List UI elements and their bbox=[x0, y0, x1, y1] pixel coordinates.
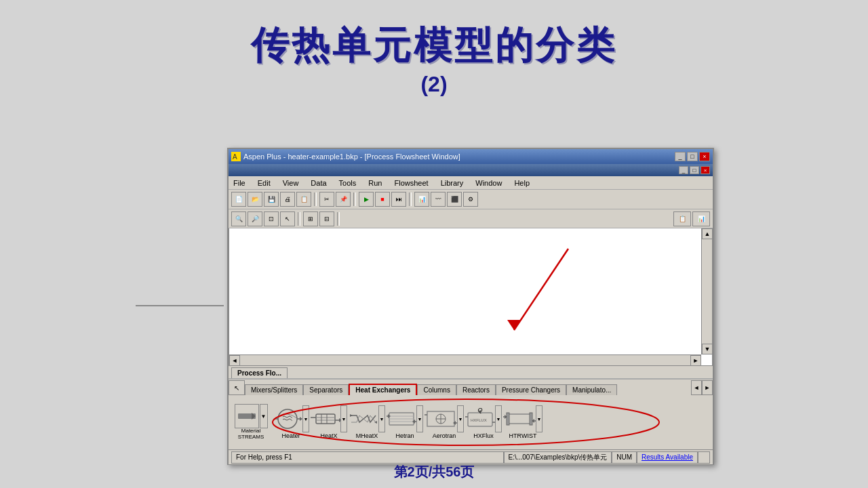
tb-new[interactable]: 📄 bbox=[231, 192, 246, 207]
menu-help[interactable]: Help bbox=[512, 178, 532, 188]
tb-select[interactable]: ↖ bbox=[280, 211, 295, 226]
hxflux-dropdown[interactable]: ▼ bbox=[495, 405, 502, 432]
title-bar-controls[interactable]: _ □ × bbox=[675, 152, 710, 161]
tab-mixers-splitters[interactable]: Mixers/Splitters bbox=[245, 384, 303, 395]
tb-icon1[interactable]: 📋 bbox=[673, 211, 691, 226]
menu-view[interactable]: View bbox=[281, 178, 301, 188]
tb-sep-1 bbox=[314, 192, 317, 206]
tb-zoom-in[interactable]: 🔍 bbox=[231, 211, 246, 226]
tab-heat-exchangers[interactable]: Heat Exchangers bbox=[349, 384, 417, 395]
menu-file[interactable]: File bbox=[231, 178, 248, 188]
mheatx-dropdown[interactable]: ▼ bbox=[378, 405, 385, 432]
status-path: E:\...007\Examples\bkp\传热单元 bbox=[504, 451, 612, 464]
tab-separators[interactable]: Separators bbox=[303, 384, 349, 395]
status-resize bbox=[698, 451, 710, 464]
scroll-up-btn[interactable]: ▲ bbox=[702, 228, 713, 239]
maximize-button[interactable]: □ bbox=[687, 152, 698, 161]
cursor-tool[interactable]: ↖ bbox=[229, 380, 245, 395]
tb-step[interactable]: ⏭ bbox=[391, 192, 406, 207]
heater-icon-row: ▼ bbox=[273, 405, 309, 432]
scroll-left-btn[interactable]: ◄ bbox=[229, 355, 240, 366]
hxflux-component[interactable]: Q HXFLUX ▼ HXFlux bbox=[466, 405, 501, 439]
tab-reactors[interactable]: Reactors bbox=[456, 384, 496, 395]
tb-stop[interactable]: ■ bbox=[375, 192, 390, 207]
material-streams-icon[interactable] bbox=[235, 404, 259, 428]
tb-results[interactable]: 📊 bbox=[414, 192, 429, 207]
tb-fit[interactable]: ⊡ bbox=[264, 211, 279, 226]
tb-copy[interactable]: 📋 bbox=[296, 192, 311, 207]
tb-sep-4 bbox=[298, 212, 300, 226]
heater-component[interactable]: ▼ Heater bbox=[273, 405, 309, 439]
heatx-component[interactable]: ▼ HeatX bbox=[311, 405, 347, 439]
mdi-close[interactable]: × bbox=[701, 166, 710, 174]
tb-grid[interactable]: ⊞ bbox=[303, 211, 318, 226]
tb-open[interactable]: 📂 bbox=[248, 192, 262, 207]
tb-icon2[interactable]: 📊 bbox=[692, 211, 710, 226]
status-results[interactable]: Results Available bbox=[637, 451, 698, 464]
tb-blocks[interactable]: ⬛ bbox=[447, 192, 462, 207]
main-title: 传热单元模型的分类 bbox=[0, 20, 868, 72]
heater-dropdown[interactable]: ▼ bbox=[302, 405, 309, 432]
hetran-dropdown[interactable]: ▼ bbox=[416, 405, 423, 432]
tab-pressure-changers[interactable]: Pressure Changers bbox=[496, 384, 566, 395]
mdi-controls[interactable]: _ □ × bbox=[679, 166, 710, 174]
material-streams-section[interactable]: ▼ MaterialSTREAMS bbox=[234, 404, 268, 441]
tab-next-btn[interactable]: ► bbox=[702, 380, 713, 395]
heatx-label: HeatX bbox=[320, 432, 337, 439]
mdi-minimize[interactable]: _ bbox=[679, 166, 688, 174]
tb-save[interactable]: 💾 bbox=[264, 192, 279, 207]
status-help: For Help, press F1 bbox=[231, 451, 504, 464]
tb-print[interactable]: 🖨 bbox=[280, 192, 295, 207]
scroll-down-btn[interactable]: ▼ bbox=[702, 344, 713, 354]
heatx-dropdown[interactable]: ▼ bbox=[340, 405, 347, 432]
menu-tools[interactable]: Tools bbox=[337, 178, 359, 188]
canvas-area[interactable]: ▲ ▼ ◄ ► bbox=[229, 228, 713, 365]
menu-window[interactable]: Window bbox=[473, 178, 504, 188]
tb-cut[interactable]: ✂ bbox=[319, 192, 334, 207]
tb-connect[interactable]: ⊟ bbox=[319, 211, 334, 226]
tab-manipulators[interactable]: Manipulato... bbox=[566, 384, 617, 395]
menu-edit[interactable]: Edit bbox=[256, 178, 273, 188]
htrwist-dropdown[interactable]: ▼ bbox=[536, 405, 542, 432]
scroll-track bbox=[240, 355, 690, 365]
aerotran-dropdown[interactable]: ▼ bbox=[457, 405, 464, 432]
tab-columns[interactable]: Columns bbox=[417, 384, 456, 395]
material-streams-dropdown[interactable]: ▼ bbox=[260, 404, 268, 428]
minimize-button[interactable]: _ bbox=[675, 152, 686, 161]
toolbar-area: 📄 📂 💾 🖨 📋 ✂ 📌 ▶ ■ ⏭ 📊 〰 ⬛ ⚙ 🔍 🔎 ⊡ ↖ ⊞ ⊟ bbox=[229, 190, 713, 228]
horizontal-scrollbar[interactable]: ◄ ► bbox=[229, 354, 701, 365]
toolbar-row-1: 📄 📂 💾 🖨 📋 ✂ 📌 ▶ ■ ⏭ 📊 〰 ⬛ ⚙ bbox=[229, 190, 713, 209]
menu-data[interactable]: Data bbox=[309, 178, 328, 188]
htrwist-icon bbox=[503, 405, 536, 432]
q-label: Q bbox=[477, 407, 482, 413]
tb-zoom-out[interactable]: 🔎 bbox=[248, 211, 262, 226]
process-tab-label: Process Flo... bbox=[237, 369, 281, 377]
heatx-icon bbox=[311, 405, 340, 432]
tab-prev-btn[interactable]: ◄ bbox=[691, 380, 702, 395]
window-title-bar: A Aspen Plus - heater-example1.bkp - [Pr… bbox=[229, 149, 713, 164]
hetran-icon bbox=[387, 405, 416, 432]
close-button[interactable]: × bbox=[699, 152, 710, 161]
mdi-title-bar: _ □ × bbox=[229, 164, 713, 176]
scroll-right-btn[interactable]: ► bbox=[690, 355, 701, 366]
aerotran-component[interactable]: ▼ Aerotran bbox=[425, 405, 463, 439]
left-line-decoration bbox=[136, 305, 224, 306]
mheatx-component[interactable]: ▼ MHeatX bbox=[349, 405, 384, 439]
hetran-component[interactable]: ▼ Hetran bbox=[387, 405, 422, 439]
tb-run[interactable]: ▶ bbox=[359, 192, 374, 207]
process-flo-tab[interactable]: Process Flo... bbox=[231, 367, 288, 378]
svg-marker-18 bbox=[350, 414, 353, 417]
heater-label: Heater bbox=[281, 432, 300, 439]
menu-library[interactable]: Library bbox=[439, 178, 466, 188]
heatx-icon-row: ▼ bbox=[311, 405, 347, 432]
tb-streams[interactable]: 〰 bbox=[431, 192, 446, 207]
aerotran-icon-row: ▼ bbox=[425, 405, 464, 432]
tb-more1[interactable]: ⚙ bbox=[463, 192, 478, 207]
vertical-scrollbar[interactable]: ▲ ▼ bbox=[701, 228, 712, 354]
svg-text:HXFLUX: HXFLUX bbox=[471, 418, 487, 422]
menu-run[interactable]: Run bbox=[366, 178, 384, 188]
menu-flowsheet[interactable]: Flowsheet bbox=[392, 178, 430, 188]
htrwist-component[interactable]: ▼ HTRWIST bbox=[504, 405, 542, 439]
tb-paste[interactable]: 📌 bbox=[336, 192, 351, 207]
mdi-restore[interactable]: □ bbox=[690, 166, 699, 174]
